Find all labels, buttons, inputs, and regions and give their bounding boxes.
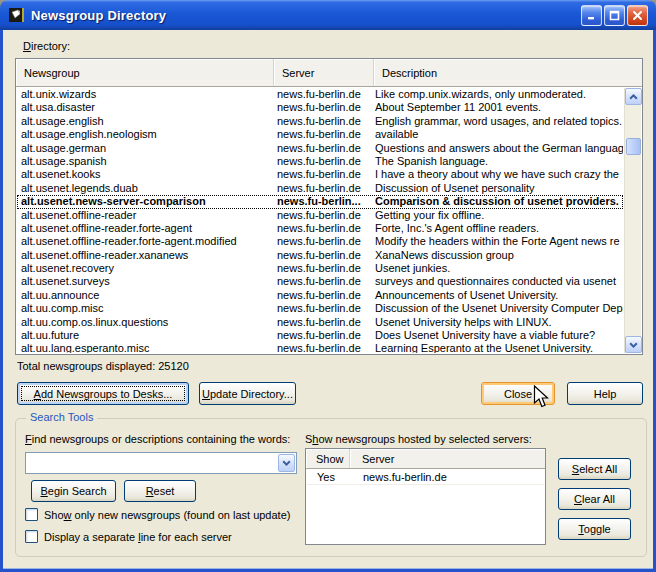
cell-description: available: [367, 128, 623, 141]
cell-server: news.fu-berlin.de: [271, 142, 367, 155]
cell-server: news.fu-berlin.de: [271, 249, 367, 262]
cell-server: news.fu-berlin.de: [271, 329, 367, 342]
reset-button[interactable]: Reset: [124, 480, 196, 502]
cell-description: Questions and answers about the German l…: [367, 142, 623, 155]
cell-newsgroup: alt.usenet.surveys: [17, 275, 271, 288]
cell-server: news.fu-berlin.de: [271, 101, 367, 114]
cell-newsgroup: alt.usa.disaster: [17, 101, 271, 114]
table-row[interactable]: alt.uu.comp.miscnews.fu-berlin.deDiscuss…: [17, 302, 623, 315]
table-row[interactable]: alt.uu.announcenews.fu-berlin.deAnnounce…: [17, 289, 623, 302]
titlebar[interactable]: Newsgroup Directory: [0, 0, 656, 30]
directory-label: Directory:: [23, 40, 70, 52]
table-row[interactable]: alt.usage.spanishnews.fu-berlin.deThe Sp…: [17, 155, 623, 168]
show-only-new-checkbox[interactable]: [25, 508, 38, 521]
minimize-button[interactable]: [581, 5, 602, 26]
table-row[interactable]: alt.usenet.offline-reader.xananewsnews.f…: [17, 249, 623, 262]
cell-server: news.fu-berlin.de: [271, 316, 367, 329]
scrollbar-thumb[interactable]: [626, 138, 641, 155]
close-button[interactable]: Close: [481, 382, 555, 405]
cell-description: Modify the headers within the Forte Agen…: [367, 235, 623, 248]
cell-server: news.fu-berlin.de: [271, 128, 367, 141]
cell-server: news.fu-berlin.de: [271, 209, 367, 222]
separate-line-checkbox[interactable]: [25, 530, 38, 543]
cell-server: news.fu-berlin.de: [271, 182, 367, 195]
add-newsgroups-button[interactable]: Add Newsgroups to Desks...: [17, 382, 189, 405]
cell-server: news.fu-berlin.de: [271, 115, 367, 128]
update-directory-label: Update Directory...: [202, 388, 293, 400]
scroll-down-button[interactable]: [625, 336, 642, 353]
cell-newsgroup: alt.usenet.offline-reader.forte-agent: [17, 222, 271, 235]
cell-newsgroup: alt.uu.future: [17, 329, 271, 342]
cell-server: news.fu-berlin.de: [271, 155, 367, 168]
table-row[interactable]: alt.usenet.kooksnews.fu-berlin.deI have …: [17, 168, 623, 181]
table-row[interactable]: alt.usenet.news-server-comparisonnews.fu…: [17, 195, 623, 208]
help-button[interactable]: Help: [567, 382, 643, 405]
cell-newsgroup: alt.uu.comp.misc: [17, 302, 271, 315]
cell-description: The Spanish language.: [367, 155, 623, 168]
maximize-button[interactable]: [604, 5, 625, 26]
column-header-description[interactable]: Description: [374, 59, 642, 86]
show-only-new-label: Show only new newsgroups (found on last …: [44, 509, 290, 521]
directory-scrollbar[interactable]: [624, 88, 641, 353]
cell-description: Getting your fix offline.: [367, 209, 623, 222]
column-header-show[interactable]: Show: [306, 449, 350, 468]
combobox-dropdown-button[interactable]: [278, 454, 295, 472]
cell-description: English grammar, word usages, and relate…: [367, 115, 623, 128]
cell-description: About September 11 2001 events.: [367, 101, 623, 114]
close-icon: [632, 10, 643, 21]
cell-newsgroup: alt.usenet.recovery: [17, 262, 271, 275]
cell-description: Learning Esperanto at the Usenet Univers…: [367, 342, 623, 353]
app-icon: [9, 7, 25, 23]
table-row[interactable]: alt.usa.disasternews.fu-berlin.deAbout S…: [17, 101, 623, 114]
cell-newsgroup: alt.usenet.legends.duab: [17, 182, 271, 195]
table-row[interactable]: Yesnews.fu-berlin.de: [307, 470, 544, 485]
table-row[interactable]: alt.uu.futurenews.fu-berlin.deDoes Usene…: [17, 329, 623, 342]
cell-server: news.fu-berlin.de: [271, 342, 367, 353]
select-all-button[interactable]: Select All: [558, 458, 631, 480]
minimize-icon: [586, 10, 597, 21]
table-row[interactable]: alt.usenet.offline-reader.forte-agent.mo…: [17, 235, 623, 248]
cell-newsgroup: alt.unix.wizards: [17, 88, 271, 101]
cell-newsgroup: alt.usenet.news-server-comparison: [17, 195, 271, 208]
clear-all-button[interactable]: Clear All: [558, 488, 631, 510]
table-row[interactable]: alt.usage.germannews.fu-berlin.deQuestio…: [17, 142, 623, 155]
cell-newsgroup: alt.uu.comp.os.linux.questions: [17, 316, 271, 329]
table-row[interactable]: alt.usenet.surveysnews.fu-berlin.desurve…: [17, 275, 623, 288]
cell-description: Does Usenet University have a viable fut…: [367, 329, 623, 342]
server-rows: Yesnews.fu-berlin.de: [307, 470, 544, 543]
table-row[interactable]: alt.uu.comp.os.linux.questionsnews.fu-be…: [17, 316, 623, 329]
cell-description: Discussion of the Usenet University Comp…: [367, 302, 623, 315]
table-row[interactable]: alt.uu.lang.esperanto.miscnews.fu-berlin…: [17, 342, 623, 353]
find-words-label: Find newsgroups or descriptions containi…: [25, 433, 290, 445]
close-label: Close: [504, 388, 532, 400]
table-row[interactable]: alt.unix.wizardsnews.fu-berlin.deLike co…: [17, 88, 623, 101]
cell-newsgroup: alt.usage.english: [17, 115, 271, 128]
table-row[interactable]: alt.usenet.legends.duabnews.fu-berlin.de…: [17, 182, 623, 195]
table-row[interactable]: alt.usage.english.neologismnews.fu-berli…: [17, 128, 623, 141]
show-only-new-checkbox-row: Show only new newsgroups (found on last …: [25, 508, 290, 521]
scroll-up-button[interactable]: [625, 88, 642, 105]
cell-newsgroup: alt.usenet.offline-reader.xananews: [17, 249, 271, 262]
begin-search-button[interactable]: Begin Search: [31, 480, 116, 502]
chevron-down-icon: [629, 342, 638, 348]
column-header-newsgroup[interactable]: Newsgroup: [16, 59, 274, 86]
cell-server: news.fu-berlin...: [271, 195, 367, 208]
cell-description: Forte, Inc.'s Agent offline readers.: [367, 222, 623, 235]
toggle-button[interactable]: Toggle: [558, 518, 631, 540]
cell-description: Announcements of Usenet University.: [367, 289, 623, 302]
search-words-combobox[interactable]: [25, 452, 297, 474]
column-header-server[interactable]: Server: [350, 449, 545, 468]
close-window-button[interactable]: [627, 5, 648, 26]
cell-newsgroup: alt.usage.spanish: [17, 155, 271, 168]
directory-rows: alt.unix.wizardsnews.fu-berlin.deLike co…: [17, 88, 623, 353]
table-row[interactable]: alt.usenet.offline-reader.forte-agentnew…: [17, 222, 623, 235]
servers-header: Show Server: [306, 449, 545, 469]
cell-server: news.fu-berlin.de: [271, 262, 367, 275]
update-directory-button[interactable]: Update Directory...: [199, 382, 296, 405]
begin-search-label: Begin Search: [40, 485, 106, 497]
table-row[interactable]: alt.usage.englishnews.fu-berlin.deEnglis…: [17, 115, 623, 128]
column-header-server[interactable]: Server: [274, 59, 374, 86]
table-row[interactable]: alt.usenet.recoverynews.fu-berlin.deUsen…: [17, 262, 623, 275]
table-row[interactable]: alt.usenet.offline-readernews.fu-berlin.…: [17, 209, 623, 222]
cell-newsgroup: alt.usenet.offline-reader: [17, 209, 271, 222]
